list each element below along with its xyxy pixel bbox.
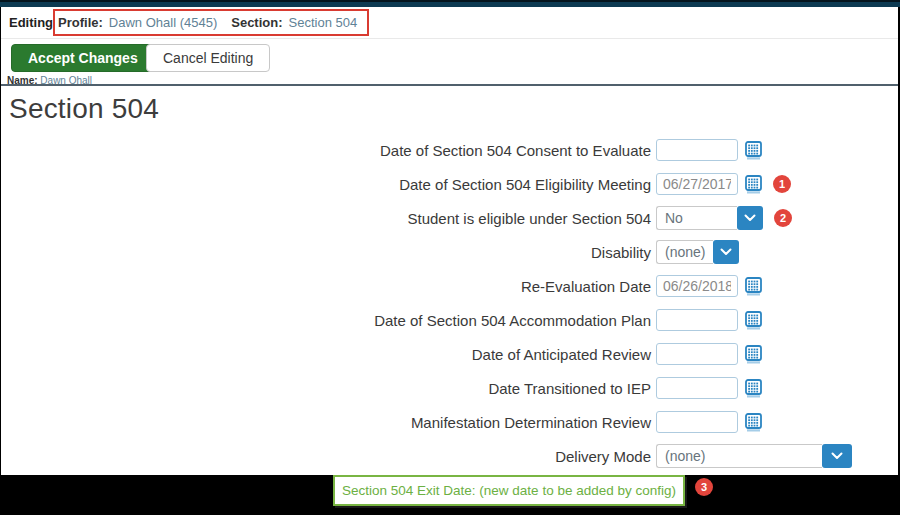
profile-label: Profile: — [58, 15, 103, 30]
editing-label: Editing — [9, 15, 53, 30]
calendar-icon[interactable] — [745, 311, 762, 330]
calendar-icon[interactable] — [745, 277, 762, 296]
student-name-line: Name: Dawn Ohall — [7, 75, 92, 86]
step-badge: 3 — [695, 478, 713, 496]
calendar-icon[interactable] — [745, 141, 762, 160]
chevron-down-icon[interactable] — [822, 444, 852, 468]
field-control: No — [656, 206, 763, 230]
accept-changes-button[interactable]: Accept Changes — [11, 44, 155, 72]
field-control — [656, 173, 762, 195]
exit-date-callout: Section 504 Exit Date: (new date to be a… — [333, 475, 685, 506]
app-window: Editing Profile: Dawn Ohall (4545) Secti… — [0, 0, 900, 515]
field-label: Date of Section 504 Consent to Evaluate — [1, 142, 651, 159]
form-rows: Date of Section 504 Consent to Evaluate — [1, 138, 898, 468]
calendar-icon[interactable] — [745, 175, 762, 194]
field-label: Delivery Mode — [1, 448, 651, 465]
cancel-editing-button[interactable]: Cancel Editing — [146, 44, 270, 72]
section-label: Section: — [231, 15, 282, 30]
calendar-icon[interactable] — [745, 345, 762, 364]
date-control — [656, 173, 762, 195]
field-label: Student is eligible under Section 504 — [1, 210, 651, 227]
select-value[interactable]: No — [656, 206, 737, 230]
calendar-icon[interactable] — [745, 379, 762, 398]
field-control: (none) — [656, 444, 852, 468]
toolbar: Accept Changes Cancel Editing Name: Dawn… — [1, 39, 898, 86]
date-input[interactable] — [656, 309, 738, 331]
date-control — [656, 377, 762, 399]
section-content: Section 504 Date of Section 504 Consent … — [1, 93, 898, 468]
date-input[interactable] — [656, 377, 738, 399]
select: No — [656, 206, 763, 230]
field-label: Manifestation Determination Review — [1, 414, 651, 431]
form-row: Date of Section 504 Accommodation Plan — [1, 308, 898, 332]
date-input[interactable] — [656, 139, 738, 161]
select: (none) — [656, 444, 852, 468]
select-value[interactable]: (none) — [656, 444, 822, 468]
field-label: Date of Section 504 Accommodation Plan — [1, 312, 651, 329]
step-badge: 1 — [773, 175, 791, 193]
date-control — [656, 411, 762, 433]
field-label: Re-Evaluation Date — [1, 278, 651, 295]
form-row: Re-Evaluation Date — [1, 274, 898, 298]
chevron-down-icon[interactable] — [737, 206, 763, 230]
select-value[interactable]: (none) — [656, 240, 713, 264]
field-control — [656, 411, 762, 433]
name-label: Name: — [7, 75, 38, 86]
profile-red-outline: Profile: Dawn Ohall (4545) Section: Sect… — [53, 9, 369, 36]
field-control — [656, 275, 762, 297]
chevron-down-icon[interactable] — [713, 240, 739, 264]
step-badge: 2 — [774, 209, 792, 227]
date-control — [656, 343, 762, 365]
form-row: Manifestation Determination Review — [1, 410, 898, 434]
calendar-icon[interactable] — [745, 413, 762, 432]
date-control — [656, 275, 762, 297]
name-value: Dawn Ohall — [40, 75, 92, 86]
form-row: Student is eligible under Section 504 No… — [1, 206, 898, 230]
section-value: Section 504 — [289, 15, 358, 30]
field-label: Date of Anticipated Review — [1, 346, 651, 363]
date-control — [656, 309, 762, 331]
top-navy-bar — [0, 0, 900, 7]
profile-value: Dawn Ohall (4545) — [109, 15, 217, 30]
field-label: Disability — [1, 244, 651, 261]
form-row: Date Transitioned to IEP — [1, 376, 898, 400]
date-input[interactable] — [656, 411, 738, 433]
form-row: Date of Section 504 Consent to Evaluate — [1, 138, 898, 162]
form-row: Date of Anticipated Review — [1, 342, 898, 366]
form-row: Disability (none) — [1, 240, 898, 264]
date-input[interactable] — [656, 275, 738, 297]
date-input[interactable] — [656, 343, 738, 365]
field-label: Date Transitioned to IEP — [1, 380, 651, 397]
editing-header: Editing Profile: Dawn Ohall (4545) Secti… — [1, 7, 898, 39]
date-input[interactable] — [656, 173, 738, 195]
field-label: Date of Section 504 Eligibility Meeting — [1, 176, 651, 193]
main-panel: Editing Profile: Dawn Ohall (4545) Secti… — [1, 7, 898, 475]
field-control — [656, 309, 762, 331]
field-control — [656, 139, 762, 161]
field-control — [656, 343, 762, 365]
form-row: Date of Section 504 Eligibility Meeting — [1, 172, 898, 196]
page-title: Section 504 — [9, 93, 898, 125]
form-row: Delivery Mode (none) — [1, 444, 898, 468]
select: (none) — [656, 240, 725, 264]
field-control — [656, 377, 762, 399]
date-control — [656, 139, 762, 161]
field-control: (none) — [656, 240, 725, 264]
